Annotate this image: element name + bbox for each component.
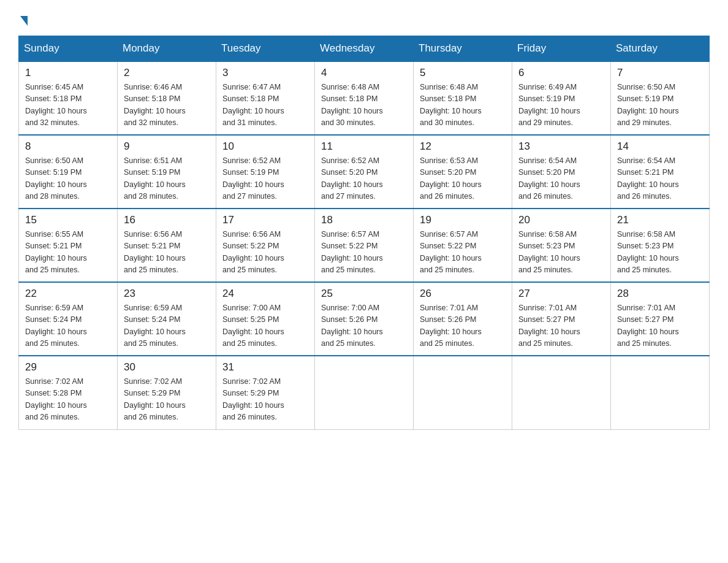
day-number: 2 bbox=[124, 67, 210, 79]
day-info: Sunrise: 6:52 AM Sunset: 5:19 PM Dayligh… bbox=[222, 155, 308, 203]
day-number: 4 bbox=[321, 67, 407, 79]
day-info: Sunrise: 6:55 AM Sunset: 5:21 PM Dayligh… bbox=[25, 229, 111, 277]
calendar-day-cell: 20 Sunrise: 6:58 AM Sunset: 5:23 PM Dayl… bbox=[512, 209, 611, 282]
calendar-week-row: 29 Sunrise: 7:02 AM Sunset: 5:28 PM Dayl… bbox=[19, 356, 710, 429]
calendar-week-row: 22 Sunrise: 6:59 AM Sunset: 5:24 PM Dayl… bbox=[19, 282, 710, 356]
calendar-day-cell: 6 Sunrise: 6:49 AM Sunset: 5:19 PM Dayli… bbox=[512, 61, 611, 135]
day-number: 28 bbox=[617, 288, 703, 300]
day-number: 24 bbox=[222, 288, 308, 300]
calendar-day-cell: 15 Sunrise: 6:55 AM Sunset: 5:21 PM Dayl… bbox=[19, 209, 118, 282]
column-header-monday: Monday bbox=[118, 36, 216, 62]
day-number: 20 bbox=[518, 214, 604, 226]
day-number: 15 bbox=[25, 214, 111, 226]
logo-triangle-icon bbox=[20, 16, 28, 26]
day-info: Sunrise: 6:51 AM Sunset: 5:19 PM Dayligh… bbox=[124, 155, 210, 203]
calendar-day-cell: 24 Sunrise: 7:00 AM Sunset: 5:25 PM Dayl… bbox=[216, 282, 315, 356]
day-number: 27 bbox=[518, 288, 604, 300]
calendar-day-cell: 5 Sunrise: 6:48 AM Sunset: 5:18 PM Dayli… bbox=[414, 61, 512, 135]
logo bbox=[18, 12, 28, 26]
calendar-day-cell: 4 Sunrise: 6:48 AM Sunset: 5:18 PM Dayli… bbox=[315, 61, 414, 135]
day-number: 10 bbox=[222, 140, 308, 153]
day-info: Sunrise: 6:58 AM Sunset: 5:23 PM Dayligh… bbox=[617, 229, 703, 277]
day-number: 21 bbox=[617, 214, 703, 226]
day-info: Sunrise: 6:58 AM Sunset: 5:23 PM Dayligh… bbox=[518, 229, 604, 277]
day-info: Sunrise: 6:53 AM Sunset: 5:20 PM Dayligh… bbox=[420, 155, 506, 203]
calendar-day-cell: 29 Sunrise: 7:02 AM Sunset: 5:28 PM Dayl… bbox=[19, 356, 118, 429]
calendar-day-cell: 28 Sunrise: 7:01 AM Sunset: 5:27 PM Dayl… bbox=[611, 282, 710, 356]
page-header bbox=[18, 12, 710, 26]
day-info: Sunrise: 7:00 AM Sunset: 5:26 PM Dayligh… bbox=[321, 302, 407, 350]
column-header-saturday: Saturday bbox=[611, 36, 710, 62]
day-number: 17 bbox=[222, 214, 308, 226]
calendar-day-cell: 14 Sunrise: 6:54 AM Sunset: 5:21 PM Dayl… bbox=[611, 135, 710, 209]
day-info: Sunrise: 7:01 AM Sunset: 5:26 PM Dayligh… bbox=[420, 302, 506, 350]
column-header-friday: Friday bbox=[512, 36, 611, 62]
day-info: Sunrise: 6:54 AM Sunset: 5:20 PM Dayligh… bbox=[518, 155, 604, 203]
day-info: Sunrise: 7:01 AM Sunset: 5:27 PM Dayligh… bbox=[617, 302, 703, 350]
calendar-header-row: SundayMondayTuesdayWednesdayThursdayFrid… bbox=[19, 36, 710, 62]
calendar-empty-cell bbox=[315, 356, 414, 429]
day-number: 16 bbox=[124, 214, 210, 226]
day-number: 19 bbox=[420, 214, 506, 226]
calendar-day-cell: 19 Sunrise: 6:57 AM Sunset: 5:22 PM Dayl… bbox=[414, 209, 512, 282]
day-info: Sunrise: 6:57 AM Sunset: 5:22 PM Dayligh… bbox=[321, 229, 407, 277]
day-number: 6 bbox=[518, 67, 604, 79]
calendar-day-cell: 8 Sunrise: 6:50 AM Sunset: 5:19 PM Dayli… bbox=[19, 135, 118, 209]
calendar-day-cell: 3 Sunrise: 6:47 AM Sunset: 5:18 PM Dayli… bbox=[216, 61, 315, 135]
day-info: Sunrise: 6:54 AM Sunset: 5:21 PM Dayligh… bbox=[617, 155, 703, 203]
calendar-day-cell: 30 Sunrise: 7:02 AM Sunset: 5:29 PM Dayl… bbox=[118, 356, 216, 429]
calendar-day-cell: 16 Sunrise: 6:56 AM Sunset: 5:21 PM Dayl… bbox=[118, 209, 216, 282]
calendar-day-cell: 13 Sunrise: 6:54 AM Sunset: 5:20 PM Dayl… bbox=[512, 135, 611, 209]
calendar-empty-cell bbox=[512, 356, 611, 429]
day-info: Sunrise: 7:01 AM Sunset: 5:27 PM Dayligh… bbox=[518, 302, 604, 350]
day-number: 29 bbox=[25, 361, 111, 373]
day-info: Sunrise: 6:48 AM Sunset: 5:18 PM Dayligh… bbox=[321, 82, 407, 129]
day-info: Sunrise: 7:00 AM Sunset: 5:25 PM Dayligh… bbox=[222, 302, 308, 350]
calendar-table: SundayMondayTuesdayWednesdayThursdayFrid… bbox=[18, 36, 710, 430]
calendar-day-cell: 18 Sunrise: 6:57 AM Sunset: 5:22 PM Dayl… bbox=[315, 209, 414, 282]
calendar-day-cell: 26 Sunrise: 7:01 AM Sunset: 5:26 PM Dayl… bbox=[414, 282, 512, 356]
day-number: 30 bbox=[124, 361, 210, 373]
calendar-day-cell: 12 Sunrise: 6:53 AM Sunset: 5:20 PM Dayl… bbox=[414, 135, 512, 209]
day-info: Sunrise: 6:59 AM Sunset: 5:24 PM Dayligh… bbox=[124, 302, 210, 350]
day-number: 12 bbox=[420, 140, 506, 153]
day-info: Sunrise: 7:02 AM Sunset: 5:29 PM Dayligh… bbox=[222, 376, 308, 424]
calendar-day-cell: 27 Sunrise: 7:01 AM Sunset: 5:27 PM Dayl… bbox=[512, 282, 611, 356]
day-info: Sunrise: 6:56 AM Sunset: 5:21 PM Dayligh… bbox=[124, 229, 210, 277]
calendar-day-cell: 11 Sunrise: 6:52 AM Sunset: 5:20 PM Dayl… bbox=[315, 135, 414, 209]
day-number: 5 bbox=[420, 67, 506, 79]
calendar-empty-cell bbox=[611, 356, 710, 429]
day-number: 22 bbox=[25, 288, 111, 300]
column-header-sunday: Sunday bbox=[19, 36, 118, 62]
day-number: 14 bbox=[617, 140, 703, 153]
day-info: Sunrise: 7:02 AM Sunset: 5:29 PM Dayligh… bbox=[124, 376, 210, 424]
day-info: Sunrise: 6:48 AM Sunset: 5:18 PM Dayligh… bbox=[420, 82, 506, 129]
calendar-day-cell: 10 Sunrise: 6:52 AM Sunset: 5:19 PM Dayl… bbox=[216, 135, 315, 209]
day-number: 3 bbox=[222, 67, 308, 79]
day-info: Sunrise: 6:59 AM Sunset: 5:24 PM Dayligh… bbox=[25, 302, 111, 350]
calendar-day-cell: 23 Sunrise: 6:59 AM Sunset: 5:24 PM Dayl… bbox=[118, 282, 216, 356]
day-info: Sunrise: 6:45 AM Sunset: 5:18 PM Dayligh… bbox=[25, 82, 111, 129]
day-info: Sunrise: 6:57 AM Sunset: 5:22 PM Dayligh… bbox=[420, 229, 506, 277]
calendar-empty-cell bbox=[414, 356, 512, 429]
day-info: Sunrise: 6:47 AM Sunset: 5:18 PM Dayligh… bbox=[222, 82, 308, 129]
calendar-day-cell: 1 Sunrise: 6:45 AM Sunset: 5:18 PM Dayli… bbox=[19, 61, 118, 135]
calendar-week-row: 15 Sunrise: 6:55 AM Sunset: 5:21 PM Dayl… bbox=[19, 209, 710, 282]
day-number: 25 bbox=[321, 288, 407, 300]
column-header-tuesday: Tuesday bbox=[216, 36, 315, 62]
day-info: Sunrise: 6:50 AM Sunset: 5:19 PM Dayligh… bbox=[25, 155, 111, 203]
calendar-week-row: 8 Sunrise: 6:50 AM Sunset: 5:19 PM Dayli… bbox=[19, 135, 710, 209]
column-header-wednesday: Wednesday bbox=[315, 36, 414, 62]
calendar-day-cell: 17 Sunrise: 6:56 AM Sunset: 5:22 PM Dayl… bbox=[216, 209, 315, 282]
calendar-day-cell: 9 Sunrise: 6:51 AM Sunset: 5:19 PM Dayli… bbox=[118, 135, 216, 209]
day-number: 11 bbox=[321, 140, 407, 153]
day-number: 9 bbox=[124, 140, 210, 153]
day-number: 23 bbox=[124, 288, 210, 300]
day-number: 18 bbox=[321, 214, 407, 226]
calendar-day-cell: 31 Sunrise: 7:02 AM Sunset: 5:29 PM Dayl… bbox=[216, 356, 315, 429]
calendar-day-cell: 7 Sunrise: 6:50 AM Sunset: 5:19 PM Dayli… bbox=[611, 61, 710, 135]
day-number: 31 bbox=[222, 361, 308, 373]
day-info: Sunrise: 6:56 AM Sunset: 5:22 PM Dayligh… bbox=[222, 229, 308, 277]
day-info: Sunrise: 6:50 AM Sunset: 5:19 PM Dayligh… bbox=[617, 82, 703, 129]
day-number: 1 bbox=[25, 67, 111, 79]
